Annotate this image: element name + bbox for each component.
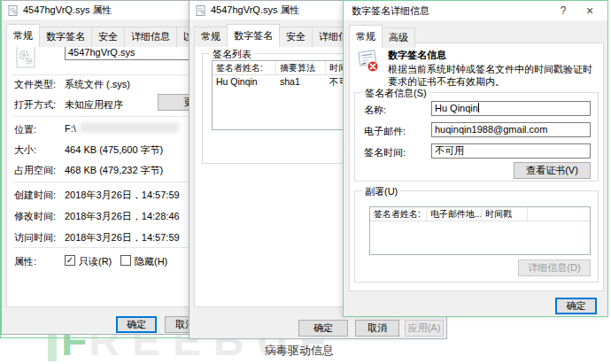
accessed-label: 访问时间: (14, 231, 56, 244)
help-icon: ? (561, 4, 567, 17)
created-label: 创建时间: (14, 189, 56, 202)
signature-details-tab-strip: 常规 高级 (349, 25, 414, 48)
location-label: 位置: (14, 123, 36, 136)
annotation-border-bottom (0, 337, 189, 338)
file-properties-title: 4547hgVrQ.sys 属性 (23, 4, 112, 17)
email-label: 电子邮件: (364, 125, 406, 138)
signature-details-dialog: 数字签名详细信息 ? × 常规 高级 数字签名信息 根据当前系统时钟或签名文件中… (343, 0, 608, 317)
signatures-dialog-title: 4547hgVrQ.sys 属性 (211, 4, 299, 17)
sys-file-small-icon (8, 5, 19, 16)
name-input[interactable]: Hu Qinqin (431, 101, 591, 116)
column-signer-name[interactable]: 签名者姓名: (213, 61, 276, 74)
column-digest-algorithm[interactable]: 摘要算法 (276, 61, 326, 74)
file-type-value: 系统文件 (.sys) (65, 78, 130, 91)
accessed-value: 2018年3月26日，14:57:59 (65, 231, 180, 244)
column-filler (528, 207, 590, 221)
tab-digital-signatures[interactable]: 数字签名 (227, 24, 280, 47)
name-value: Hu Qinqin (435, 103, 478, 113)
cancel-button[interactable]: 取消 (355, 320, 399, 337)
size-label: 大小: (14, 143, 36, 157)
readonly-checkbox-label[interactable]: 只读(R) (79, 255, 112, 268)
tab-security[interactable]: 安全 (91, 27, 125, 47)
tab-general[interactable]: 常规 (194, 27, 228, 47)
location-value: F:\ (65, 123, 76, 134)
sys-file-small-icon (196, 5, 206, 16)
file-type-label: 文件类型: (14, 78, 56, 91)
countersignatures-group-label: 副署(U) (362, 185, 400, 198)
signature-info-heading: 数字签名信息 (388, 49, 446, 62)
signing-time-label: 签名时间: (364, 146, 406, 159)
countersignatures-group: 副署(U) 签名者姓名: 电子邮件地... 时间戳 详细信息(D) (354, 190, 599, 283)
tab-security[interactable]: 安全 (279, 27, 313, 47)
countersignatures-header-row: 签名者姓名: 电子邮件地... 时间戳 (370, 207, 590, 221)
size-value: 464 KB (475,600 字节) (65, 143, 163, 157)
annotation-border-left (0, 0, 1, 338)
sys-file-large-icon (16, 45, 35, 70)
signer-info-group: 签名者信息(S) 名称: Hu Qinqin 电子邮件: huqinqin198… (354, 92, 599, 182)
tab-details[interactable]: 详细信息 (124, 27, 177, 47)
ok-button[interactable]: 确定 (116, 316, 157, 333)
countersignatures-table: 签名者姓名: 电子邮件地... 时间戳 (369, 206, 591, 255)
hidden-checkbox-label[interactable]: 隐藏(H) (135, 255, 167, 268)
signing-time-input[interactable]: 不可用 (431, 143, 591, 159)
size-on-disk-label: 占用空间: (14, 164, 56, 177)
details-button: 详细信息(D) (518, 259, 591, 276)
name-label: 名称: (364, 104, 386, 117)
text-caret (478, 103, 479, 112)
attributes-label: 属性: (14, 255, 36, 268)
ok-button[interactable]: 确定 (298, 320, 348, 337)
apply-button: 应用(A) (405, 320, 444, 337)
email-input[interactable]: huqinqin1988@gmail.com (431, 122, 591, 137)
help-button[interactable]: ? (553, 2, 574, 19)
readonly-checkbox[interactable]: ✓ (65, 255, 75, 266)
signature-info-message: 根据当前系统时钟或签名文件中的时间戳验证时要求的证书不在有效期内。 (388, 63, 595, 88)
close-button[interactable]: × (579, 2, 600, 19)
certificate-error-icon (356, 49, 381, 75)
signature-details-title: 数字签名详细信息 (352, 4, 429, 18)
hidden-checkbox[interactable] (120, 255, 131, 266)
tab-digital-signatures[interactable]: 数字签名 (39, 27, 92, 47)
column-timestamp[interactable]: 时间戳 (482, 207, 528, 221)
signature-details-title-bar[interactable]: 数字签名详细信息 ? × (344, 1, 607, 20)
tab-advanced[interactable]: 高级 (382, 27, 415, 48)
tab-general[interactable]: 常规 (6, 24, 40, 47)
check-icon: ✓ (66, 255, 73, 265)
open-with-value: 未知应用程序 (65, 98, 123, 112)
modified-value: 2018年3月26日，14:28:46 (65, 210, 180, 223)
view-certificate-button[interactable]: 查看证书(V) (514, 162, 591, 179)
column-signer-name[interactable]: 签名者姓名: (370, 207, 427, 221)
signer-info-group-label: 签名者信息(S) (362, 87, 429, 100)
open-with-label: 打开方式: (14, 98, 56, 112)
tab-general[interactable]: 常规 (349, 25, 383, 48)
image-caption: 病毒驱动信息 (265, 343, 334, 359)
cell-digest-algorithm: sha1 (276, 75, 326, 89)
created-value: 2018年3月26日，14:57:59 (65, 189, 180, 202)
signature-list-group-label: 签名列表 (210, 48, 254, 61)
modified-label: 修改时间: (14, 210, 56, 223)
ok-button[interactable]: 确定 (555, 298, 597, 314)
column-email-address[interactable]: 电子邮件地... (427, 207, 482, 221)
cell-signer-name: Hu Qinqin (213, 75, 276, 89)
location-redacted-blur (80, 122, 179, 133)
size-on-disk-value: 468 KB (479,232 字节) (65, 164, 163, 177)
close-icon: × (586, 4, 593, 18)
